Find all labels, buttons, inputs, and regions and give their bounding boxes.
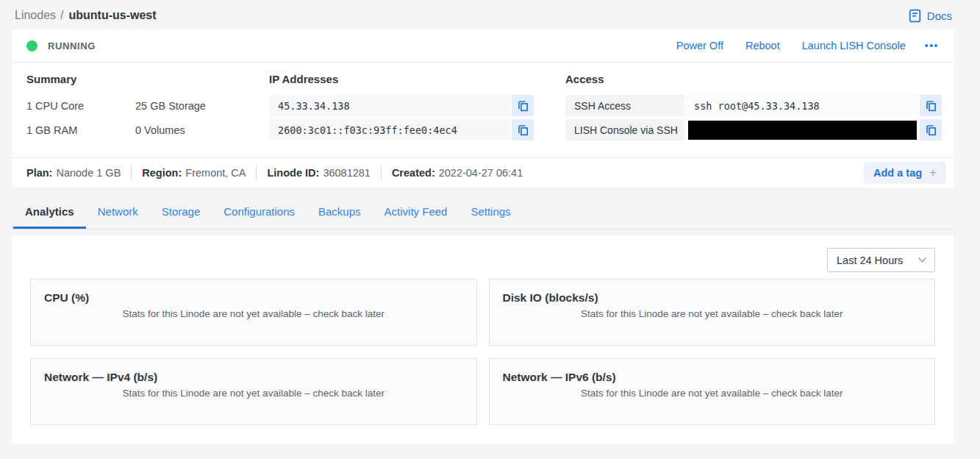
ram-size: 1 GB RAM [26,124,135,136]
ipv4-address: 45.33.34.138 [269,95,511,116]
card-body: Summary 1 CPU Core 25 GB Storage 1 GB RA… [12,63,954,157]
detail-row: Plan: Nanode 1 GB Region: Fremont, CA Li… [12,157,954,188]
created-value: 2022-04-27 06:41 [439,167,523,179]
created-label: Created: [392,167,435,179]
summary-row: 1 CPU Core 25 GB Storage [26,95,269,116]
ipv6-address: 2600:3c01::f03c:93ff:fee0:4ec4 [269,119,511,140]
linode-id-value: 36081281 [323,167,371,179]
chart-empty-message: Stats for this Linode are not yet availa… [44,308,463,319]
lish-console-row: LISH Console via SSH [565,119,942,140]
tab-backups[interactable]: Backups [307,195,373,229]
time-range-value: Last 24 Hours [837,255,903,266]
cpu-chart-panel: CPU (%) Stats for this Linode are not ye… [30,279,477,346]
ip-addresses-title: IP Addresses [269,73,534,85]
divider [131,166,132,180]
region-label: Region: [142,167,182,179]
analytics-panel: Last 24 Hours CPU (%) Stats for this Lin… [12,235,954,444]
launch-lish-console-button[interactable]: Launch LISH Console [802,40,906,51]
copy-icon [926,100,937,112]
region-value: Fremont, CA [185,167,246,179]
copy-ipv6-button[interactable] [512,119,534,140]
copy-icon [518,124,529,136]
summary-title: Summary [26,73,269,85]
breadcrumb-separator: / [60,9,63,22]
ipv4-row: 45.33.34.138 [269,95,534,116]
linode-detail-card: RUNNING Power Off Reboot Launch LISH Con… [12,29,954,188]
docs-label: Docs [927,10,952,22]
network-ipv6-chart-panel: Network — IPv6 (b/s) Stats for this Lino… [489,358,936,425]
reboot-button[interactable]: Reboot [745,40,780,51]
tab-analytics[interactable]: Analytics [13,195,86,229]
copy-icon [518,100,529,112]
redacted-value [688,121,917,140]
tab-configurations[interactable]: Configurations [212,195,307,229]
access-section: Access SSH Access ssh root@45.33.34.138 … [565,73,942,143]
summary-row: 1 GB RAM 0 Volumes [26,119,269,140]
access-title: Access [565,73,942,85]
tab-network[interactable]: Network [86,195,150,229]
network-ipv6-chart-title: Network — IPv6 (b/s) [503,370,922,384]
plan-value: Nanode 1 GB [56,167,121,179]
chevron-down-icon [918,257,927,263]
charts-grid: CPU (%) Stats for this Linode are not ye… [30,279,935,425]
status-actions: Power Off Reboot Launch LISH Console ••• [676,40,939,51]
tab-settings[interactable]: Settings [459,195,522,229]
detail-tabs: Analytics Network Storage Configurations… [12,195,954,230]
cpu-count: 1 CPU Core [26,100,135,112]
storage-size: 25 GB Storage [135,100,206,112]
breadcrumb: Linodes / ubuntu-us-west Docs [0,0,980,29]
summary-section: Summary 1 CPU Core 25 GB Storage 1 GB RA… [26,73,269,143]
docs-icon [908,9,922,23]
network-ipv4-chart-panel: Network — IPv4 (b/s) Stats for this Lino… [30,358,477,425]
breadcrumb-current-linode: ubuntu-us-west [69,9,157,22]
chart-empty-message: Stats for this Linode are not yet availa… [503,308,922,319]
copy-icon [926,124,937,136]
divider [256,166,257,180]
linode-id-label: Linode ID: [267,167,319,179]
divider [381,166,382,180]
power-off-button[interactable]: Power Off [676,40,723,51]
plan-label: Plan: [26,167,52,179]
more-actions-button[interactable]: ••• [925,40,939,51]
chart-empty-message: Stats for this Linode are not yet availa… [44,388,463,399]
status-row: RUNNING Power Off Reboot Launch LISH Con… [12,29,954,63]
docs-link[interactable]: Docs [908,9,952,23]
ssh-access-row: SSH Access ssh root@45.33.34.138 [565,95,942,116]
copy-ipv4-button[interactable] [512,95,534,116]
add-a-tag-label: Add a tag [873,167,922,179]
disk-io-chart-title: Disk IO (blocks/s) [503,291,922,305]
add-a-tag-button[interactable]: Add a tag + [864,162,946,184]
ip-addresses-section: IP Addresses 45.33.34.138 2600:3c01::f03… [269,73,534,143]
copy-lish-button[interactable] [920,119,942,140]
network-ipv4-chart-title: Network — IPv4 (b/s) [44,370,463,384]
breadcrumb-linodes-link[interactable]: Linodes [15,9,56,22]
ipv6-row: 2600:3c01::f03c:93ff:fee0:4ec4 [269,119,534,140]
time-range-select[interactable]: Last 24 Hours [827,248,935,272]
chart-empty-message: Stats for this Linode are not yet availa… [503,388,922,399]
running-status-icon [26,40,37,51]
tab-activity-feed[interactable]: Activity Feed [373,195,459,229]
volume-count: 0 Volumes [135,124,185,136]
ssh-access-command: ssh root@45.33.34.138 [685,95,919,116]
disk-io-chart-panel: Disk IO (blocks/s) Stats for this Linode… [489,279,936,346]
cpu-chart-title: CPU (%) [44,291,463,305]
lish-console-command [685,119,919,140]
plus-icon: + [929,166,937,180]
ssh-access-label: SSH Access [565,95,684,116]
copy-ssh-button[interactable] [920,95,942,116]
status-badge: RUNNING [48,40,96,51]
tab-storage[interactable]: Storage [150,195,212,229]
lish-console-label: LISH Console via SSH [565,119,684,140]
